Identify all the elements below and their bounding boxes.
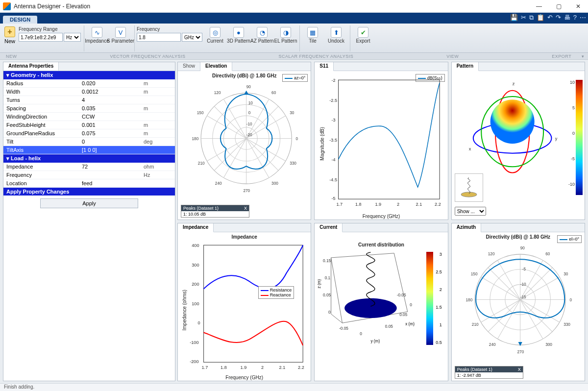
prop-value[interactable]: 72: [79, 163, 141, 171]
tab-show[interactable]: Show: [178, 62, 200, 71]
prop-value[interactable]: [1 0 0]: [79, 146, 141, 154]
impedance-ylabel: Impedance (ohms): [182, 290, 187, 330]
undock-icon: ⬆: [331, 27, 342, 38]
prop-unit: ohm: [141, 163, 175, 171]
tab-pattern[interactable]: Pattern: [452, 62, 479, 71]
impedance-chart: 4003002001000-100-200 1.71.81.922.12.2: [180, 234, 309, 378]
cut-icon[interactable]: ✂: [521, 14, 526, 22]
help-icon[interactable]: ?: [573, 14, 577, 22]
minimize-button[interactable]: —: [529, 0, 549, 13]
copy-icon[interactable]: ⧉: [529, 14, 534, 22]
property-row[interactable]: FrequencyHz: [3, 171, 175, 179]
peaks-close-icon[interactable]: X: [518, 367, 521, 372]
sparam-icon: V: [115, 27, 126, 38]
prop-value[interactable]: 0: [79, 138, 141, 146]
3dpattern-button[interactable]: ●3D Pattern: [228, 25, 249, 44]
s11-chart: -2-2.5-3-3.5-4-4.5-5 1.71.81.922.12.2: [317, 73, 445, 217]
tab-s11[interactable]: S11: [315, 62, 334, 71]
apply-button[interactable]: Apply: [40, 198, 138, 208]
window-title: Antenna Designer - Elevation: [14, 3, 90, 10]
tab-antenna-properties[interactable]: Antenna Properties: [3, 62, 59, 71]
tab-current[interactable]: Current: [315, 223, 343, 232]
prop-value[interactable]: feed: [79, 179, 141, 188]
options-icon[interactable]: ⋯: [580, 14, 586, 22]
freq-input[interactable]: [137, 33, 181, 42]
property-row[interactable]: Tilt0deg: [3, 138, 175, 146]
elpattern-icon: ◑: [280, 27, 291, 38]
property-row[interactable]: Turns4: [3, 96, 175, 104]
prop-value[interactable]: 0.020: [79, 79, 141, 88]
impedance-xlabel: Frequency (GHz): [225, 375, 263, 380]
ribbon-collapse-icon[interactable]: ▾: [582, 54, 585, 59]
svg-text:-0.05: -0.05: [339, 326, 348, 331]
elevation-chart: 9060300 330300270 240210180 150120 100-1…: [180, 78, 311, 199]
property-row[interactable]: GroundPlaneRadius0.075m: [3, 129, 175, 138]
redo-icon[interactable]: ↷: [556, 14, 561, 22]
pattern-colorbar: [576, 80, 583, 195]
prop-value[interactable]: 0.0012: [79, 88, 141, 96]
property-row[interactable]: Locationfeed: [3, 179, 175, 188]
svg-text:1.7: 1.7: [202, 365, 208, 370]
current-button[interactable]: ◎Current: [204, 25, 226, 44]
svg-text:60: 60: [545, 252, 550, 256]
prop-name: Tilt: [3, 138, 79, 146]
svg-text:-5: -5: [522, 267, 526, 271]
paste-icon[interactable]: 📋: [537, 14, 544, 22]
freq-range-input[interactable]: [19, 33, 63, 42]
svg-text:2: 2: [397, 202, 399, 207]
prop-value[interactable]: [79, 171, 141, 179]
undock-button[interactable]: ⬆Undock: [325, 25, 347, 44]
svg-text:330: 330: [290, 161, 296, 166]
freq-unit[interactable]: GHz: [182, 33, 202, 42]
property-row[interactable]: WindingDirectionCCW: [3, 113, 175, 121]
tab-design[interactable]: DESIGN: [3, 16, 37, 24]
property-row[interactable]: FeedStubHeight0.001m: [3, 121, 175, 129]
property-row[interactable]: Width0.0012m: [3, 88, 175, 96]
tile-button[interactable]: ▦Tile: [302, 25, 323, 44]
maximize-button[interactable]: ▢: [549, 0, 568, 13]
geometry-header[interactable]: ▾ Geometry - helix: [3, 71, 175, 79]
property-row[interactable]: Impedance72ohm: [3, 163, 175, 171]
tab-impedance[interactable]: Impedance: [178, 223, 214, 232]
undo-icon[interactable]: ↶: [547, 14, 553, 22]
svg-point-67: [344, 298, 397, 318]
export-button[interactable]: ✔Export: [352, 25, 374, 44]
svg-text:0.05: 0.05: [400, 313, 408, 317]
property-row[interactable]: Radius0.020m: [3, 79, 175, 88]
svg-text:-2: -2: [332, 78, 336, 83]
impedance-legend: Resistance Reactance: [258, 286, 294, 299]
tab-elevation[interactable]: Elevation: [200, 62, 232, 71]
close-button[interactable]: ✕: [568, 0, 588, 13]
freq-range-unit[interactable]: Hz: [64, 33, 81, 42]
current-icon: ◎: [210, 27, 220, 38]
s11-ylabel: Magnitude (dB): [319, 127, 325, 160]
impedance-button[interactable]: ∿Impedance: [86, 25, 108, 44]
elpattern-button[interactable]: ◑EL Pattern: [275, 25, 296, 44]
prop-value[interactable]: 0.001: [79, 121, 141, 129]
azpattern-button[interactable]: ◔AZ Pattern: [251, 25, 273, 44]
save-icon[interactable]: 💾: [510, 14, 518, 22]
svg-text:1.9: 1.9: [241, 365, 247, 370]
property-row[interactable]: TiltAxis[1 0 0]: [3, 146, 175, 154]
svg-text:0: 0: [296, 137, 298, 141]
svg-text:0: 0: [248, 111, 251, 115]
prop-name: TiltAxis: [3, 146, 79, 154]
prop-value[interactable]: 4: [79, 96, 141, 104]
prop-value[interactable]: CCW: [79, 113, 141, 121]
prop-value[interactable]: 0.075: [79, 129, 141, 138]
peaks-close-icon[interactable]: X: [244, 206, 247, 211]
tab-azimuth[interactable]: Azimuth: [452, 223, 481, 232]
prop-unit: m: [141, 104, 175, 113]
property-row[interactable]: Spacing0.035m: [3, 104, 175, 113]
group-new: NEW: [6, 54, 17, 59]
new-button[interactable]: + New: [3, 25, 17, 44]
export-icon: ✔: [358, 27, 368, 38]
print-icon[interactable]: 🖶: [564, 14, 570, 22]
sparameter-button[interactable]: VS Parameter: [110, 25, 131, 44]
svg-text:0: 0: [328, 310, 331, 315]
svg-text:10: 10: [248, 101, 253, 105]
svg-text:150: 150: [197, 111, 204, 115]
pattern-show-select[interactable]: Show ...: [455, 207, 486, 216]
load-header[interactable]: ▾ Load - helix: [3, 154, 175, 163]
prop-value[interactable]: 0.035: [79, 104, 141, 113]
